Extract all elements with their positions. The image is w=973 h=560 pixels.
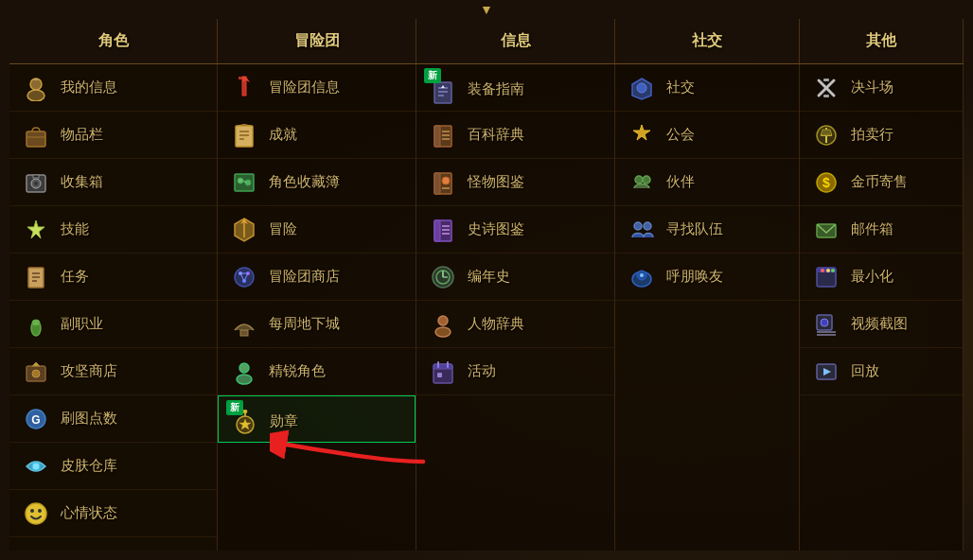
svg-rect-59	[434, 126, 440, 147]
svg-rect-38	[243, 222, 245, 237]
menu-item-call-friend[interactable]: 呼朋唤友	[615, 254, 799, 301]
epic-label: 史诗图鉴	[468, 220, 524, 238]
menu-item-points[interactable]: G 刷图点数	[9, 395, 217, 443]
menu-item-npc[interactable]: 人物辞典	[416, 301, 614, 348]
menu-item-goldshop[interactable]: $ 金币寄售	[800, 159, 963, 206]
guild-icon	[627, 120, 657, 150]
menu-item-event[interactable]: 活动	[416, 348, 614, 395]
svg-marker-9	[27, 220, 44, 238]
menu-item-achieve[interactable]: 成就	[218, 112, 416, 159]
info-column: 新 装备指南 百科辞典 怪物图鉴	[416, 64, 615, 551]
myinfo-icon	[21, 73, 51, 103]
menu-item-char-collection[interactable]: 角色收藏簿	[218, 159, 416, 206]
social-icon	[627, 73, 657, 103]
menu-item-medal[interactable]: 新 勋章	[218, 395, 416, 443]
mood-icon	[21, 499, 51, 529]
svg-point-77	[435, 327, 451, 337]
partner-icon	[627, 167, 657, 198]
menu-item-skin[interactable]: 皮肤仓库	[9, 443, 217, 490]
attackshop-icon	[21, 357, 51, 387]
call-friend-icon	[627, 262, 657, 292]
menu-item-attackshop[interactable]: 攻坚商店	[9, 348, 217, 395]
menu-item-partner[interactable]: 伙伴	[615, 159, 799, 206]
minimize-label: 最小化	[851, 268, 893, 286]
skin-label: 皮肤仓库	[61, 457, 117, 475]
header-social: 社交	[615, 19, 800, 63]
menu-item-replay[interactable]: 回放	[800, 348, 963, 395]
svg-marker-85	[633, 125, 650, 140]
menu-item-video[interactable]: 视频截图	[800, 301, 963, 348]
menu-item-adventure[interactable]: 冒险	[218, 206, 416, 254]
menu-item-bag[interactable]: 物品栏	[9, 112, 217, 159]
svg-rect-46	[240, 330, 248, 336]
bag-icon	[21, 120, 51, 150]
content-area: 我的信息 物品栏 收集箱 技能	[9, 64, 964, 551]
svg-point-109	[821, 319, 828, 326]
svg-point-76	[438, 316, 448, 325]
other-column: 决斗场 拍卖行 $ 金币寄售 邮件箱	[800, 64, 964, 551]
menu-item-monster[interactable]: 怪物图鉴	[416, 159, 614, 206]
menu-item-elite[interactable]: 精锐角色	[218, 348, 416, 395]
svg-point-33	[238, 178, 243, 184]
skill-icon	[21, 215, 51, 245]
svg-point-92	[640, 273, 644, 277]
mail-icon	[811, 215, 841, 245]
menu-item-epic[interactable]: 史诗图鉴	[416, 206, 614, 254]
video-label: 视频截图	[851, 315, 908, 333]
menu-item-guild-shop[interactable]: 冒险团商店	[218, 254, 416, 301]
char-collection-icon	[229, 167, 259, 198]
attackshop-label: 攻坚商店	[61, 362, 117, 380]
svg-rect-68	[434, 220, 440, 241]
menu-item-collection[interactable]: 收集箱	[9, 159, 217, 206]
menu-item-equip-guide[interactable]: 新 装备指南	[416, 64, 614, 112]
replay-icon	[811, 357, 841, 387]
wiki-icon	[428, 120, 458, 150]
profession-icon	[21, 309, 51, 340]
monster-label: 怪物图鉴	[468, 173, 524, 191]
goldshop-label: 金币寄售	[851, 173, 908, 191]
quest-label: 任务	[61, 268, 89, 286]
minimize-icon	[811, 262, 841, 292]
svg-point-107	[831, 269, 835, 272]
elite-icon	[229, 357, 259, 387]
svg-rect-8	[33, 175, 39, 178]
menu-item-find-team[interactable]: 寻找队伍	[615, 206, 799, 254]
menu-item-auction[interactable]: 拍卖行	[800, 112, 963, 159]
menu-item-wiki[interactable]: 百科辞典	[416, 112, 614, 159]
svg-point-89	[644, 222, 651, 230]
weekly-icon	[229, 309, 259, 340]
svg-point-87	[643, 176, 650, 184]
menu-item-quest[interactable]: 任务	[9, 254, 217, 301]
wiki-label: 百科辞典	[468, 126, 524, 144]
menu-item-weekly[interactable]: 每周地下城	[218, 301, 416, 348]
menu-item-minimize[interactable]: 最小化	[800, 254, 963, 301]
social-column: 社交 公会 伙伴 寻找队伍	[615, 64, 800, 551]
find-team-icon	[627, 215, 657, 245]
menu-item-myinfo[interactable]: 我的信息	[9, 64, 217, 112]
menu-item-guild-info[interactable]: 冒险团信息	[218, 64, 416, 112]
menu-item-skill[interactable]: 技能	[9, 206, 217, 254]
menu-item-mail[interactable]: 邮件箱	[800, 206, 963, 254]
menu-item-social[interactable]: 社交	[615, 64, 799, 112]
menu-item-duel[interactable]: 决斗场	[800, 64, 963, 112]
achieve-label: 成就	[269, 126, 297, 144]
char-collection-label: 角色收藏簿	[269, 173, 340, 191]
svg-rect-79	[433, 364, 452, 369]
svg-point-48	[237, 375, 252, 384]
menu-item-mood[interactable]: 心情状态	[9, 490, 217, 537]
svg-text:G: G	[31, 413, 40, 427]
skill-label: 技能	[61, 220, 89, 238]
menu-item-guild[interactable]: 公会	[615, 112, 799, 159]
chronicle-label: 编年史	[468, 268, 510, 286]
duel-label: 决斗场	[851, 79, 893, 96]
svg-point-105	[821, 269, 824, 272]
duel-icon	[811, 73, 841, 103]
collection-icon	[21, 167, 51, 198]
points-label: 刷图点数	[61, 410, 117, 428]
menu-item-chronicle[interactable]: 编年史	[416, 254, 614, 301]
svg-point-52	[243, 410, 247, 413]
menu-item-profession[interactable]: 副职业	[9, 301, 217, 348]
svg-marker-17	[32, 362, 40, 366]
svg-point-18	[32, 370, 40, 377]
svg-point-106	[826, 269, 830, 272]
